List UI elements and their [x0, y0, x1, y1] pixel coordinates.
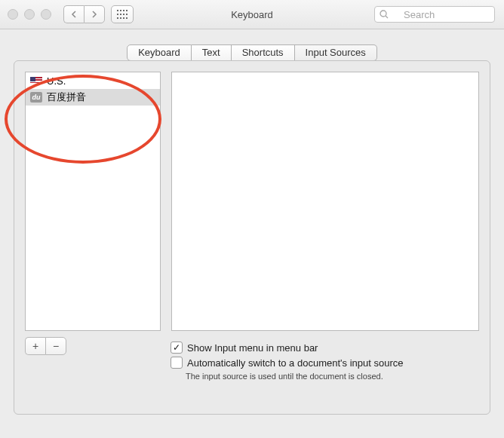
option-show-input-menu[interactable]: Show Input menu in menu bar	[171, 340, 403, 355]
show-all-button[interactable]	[111, 5, 134, 23]
preferences-window: Keyboard Search Keyboard Text Shortcuts …	[0, 0, 504, 438]
svg-rect-6	[123, 14, 124, 15]
add-button[interactable]: +	[25, 337, 45, 355]
forward-button[interactable]	[84, 5, 105, 23]
search-icon	[380, 10, 389, 19]
list-item[interactable]: U.S.	[26, 72, 160, 89]
options-group: Show Input menu in menu bar Automaticall…	[171, 340, 403, 381]
svg-rect-7	[126, 14, 128, 15]
tab-keyboard[interactable]: Keyboard	[127, 44, 192, 61]
input-sources-panel: U.S. du 百度拼音 + − Show Input menu in menu…	[14, 60, 490, 415]
checkbox-icon[interactable]	[171, 357, 183, 369]
search-placeholder: Search	[404, 9, 435, 20]
svg-rect-1	[120, 10, 121, 11]
list-item[interactable]: du 百度拼音	[26, 89, 160, 106]
remove-button[interactable]: −	[45, 337, 66, 355]
flag-us-icon	[30, 77, 42, 85]
svg-rect-8	[117, 17, 118, 19]
list-item-label: U.S.	[47, 75, 66, 87]
tab-bar: Keyboard Text Shortcuts Input Sources	[14, 44, 490, 61]
svg-rect-2	[123, 10, 124, 11]
tab-input-sources[interactable]: Input Sources	[295, 44, 377, 61]
search-input[interactable]: Search	[374, 6, 495, 23]
option-hint: The input source is used until the docum…	[186, 372, 403, 381]
svg-line-13	[386, 16, 388, 18]
option-label: Show Input menu in menu bar	[187, 342, 318, 354]
svg-point-12	[380, 11, 386, 17]
back-button[interactable]	[63, 5, 84, 23]
input-source-list[interactable]: U.S. du 百度拼音	[25, 72, 161, 331]
input-source-detail	[171, 72, 479, 331]
tab-text[interactable]: Text	[192, 44, 232, 61]
option-label: Automatically switch to a document's inp…	[187, 357, 403, 369]
option-auto-switch[interactable]: Automatically switch to a document's inp…	[171, 355, 403, 370]
checkbox-icon[interactable]	[171, 342, 183, 354]
content-area: Keyboard Text Shortcuts Input Sources U.…	[0, 29, 504, 425]
baidu-pinyin-icon: du	[30, 92, 42, 103]
close-icon[interactable]	[8, 9, 18, 20]
svg-rect-11	[126, 17, 128, 19]
zoom-icon[interactable]	[41, 9, 51, 20]
svg-rect-4	[117, 14, 118, 15]
titlebar: Keyboard Search	[0, 0, 504, 29]
minimize-icon[interactable]	[24, 9, 35, 20]
svg-rect-5	[120, 14, 121, 15]
tab-shortcuts[interactable]: Shortcuts	[232, 44, 295, 61]
list-item-label: 百度拼音	[47, 90, 86, 104]
svg-rect-3	[126, 10, 128, 11]
svg-rect-9	[120, 17, 121, 19]
window-controls	[8, 9, 51, 20]
svg-rect-10	[123, 17, 124, 19]
nav-buttons	[63, 5, 105, 23]
svg-rect-0	[117, 10, 118, 11]
